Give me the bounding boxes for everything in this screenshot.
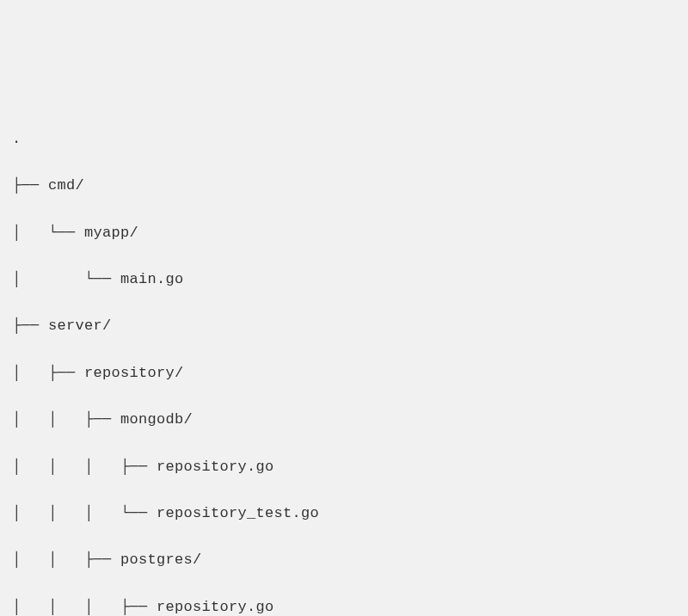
- tree-line: ├── server/: [12, 314, 676, 337]
- tree-line: │ └── myapp/: [12, 221, 676, 244]
- tree-line: │ │ ├── postgres/: [12, 548, 676, 571]
- tree-line: ├── cmd/: [12, 174, 676, 197]
- directory-tree: . ├── cmd/ │ └── myapp/ │ └── main.go ├─…: [12, 104, 676, 616]
- tree-line: │ │ │ ├── repository.go: [12, 595, 676, 616]
- tree-root: .: [12, 127, 676, 151]
- tree-line: │ ├── repository/: [12, 361, 676, 385]
- tree-line: │ │ │ └── repository_test.go: [12, 502, 676, 525]
- tree-line: │ │ │ ├── repository.go: [12, 455, 676, 478]
- tree-line: │ └── main.go: [12, 268, 676, 291]
- tree-line: │ │ ├── mongodb/: [12, 408, 676, 431]
